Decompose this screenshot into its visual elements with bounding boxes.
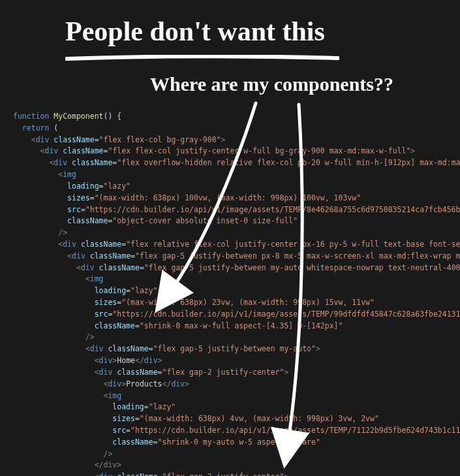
keyword: return bbox=[22, 123, 50, 133]
string: "flex gap-2 justify-center" bbox=[162, 472, 284, 476]
text: () { bbox=[104, 112, 122, 121]
attr: className bbox=[117, 368, 157, 377]
string: "lazy" bbox=[130, 286, 158, 295]
text: /> bbox=[58, 228, 67, 237]
attr: loading bbox=[95, 286, 126, 295]
string: "lazy" bbox=[149, 402, 176, 411]
text: /> bbox=[103, 449, 112, 458]
text: Products bbox=[126, 379, 162, 389]
attr: className bbox=[95, 321, 135, 330]
fn-name: MyComponent bbox=[54, 112, 103, 121]
text: Home bbox=[117, 356, 135, 365]
attr: className bbox=[63, 146, 103, 155]
tag: img bbox=[63, 170, 76, 179]
attr: src bbox=[112, 426, 126, 435]
main-heading: People don't want this bbox=[65, 16, 325, 47]
attr: loading bbox=[112, 402, 144, 411]
string: "https://cdn.builder.io/api/v1/image/ass… bbox=[85, 205, 460, 214]
attr: src bbox=[95, 309, 108, 319]
attr: sizes bbox=[95, 298, 117, 307]
string: "shrink-0 my-auto w-5 aspect-square" bbox=[158, 437, 320, 447]
string: "object-cover absolute inset-0 size-full… bbox=[112, 216, 298, 225]
tag: img bbox=[108, 391, 121, 400]
attr: sizes bbox=[67, 193, 90, 202]
string: "https://cdn.builder.io/api/v1/image/ass… bbox=[130, 426, 460, 435]
attr: sizes bbox=[112, 414, 135, 423]
attr: className bbox=[90, 251, 130, 261]
string: "https://cdn.builder.io/api/v1/image/ass… bbox=[112, 309, 460, 319]
code-block: function MyComponent() { return ( <div c… bbox=[13, 111, 460, 476]
string: "shrink-0 max-w-full aspect-[4.35] w-[14… bbox=[140, 321, 343, 330]
string: "(max-width: 638px) 23vw, (max-width: 99… bbox=[121, 298, 375, 307]
attr: className bbox=[112, 437, 153, 447]
string: "flex gap-5 justify-between my-auto" bbox=[153, 344, 316, 353]
string: "flex flex-col justify-center w-full bg-… bbox=[108, 146, 410, 155]
string: "flex overflow-hidden relative flex-col … bbox=[117, 158, 460, 167]
text: /> bbox=[85, 332, 95, 341]
string: "flex flex-col bg-gray-900" bbox=[99, 135, 221, 144]
attr: src bbox=[67, 205, 81, 214]
keyword: function bbox=[13, 112, 49, 121]
string: "flex relative flex-col justify-center p… bbox=[126, 240, 460, 249]
string: "flex gap-2 justify-center" bbox=[162, 368, 284, 377]
string: "flex gap-5 justify-between my-auto whit… bbox=[144, 263, 460, 272]
attr: className bbox=[72, 158, 112, 167]
sub-heading: Where are my components?? bbox=[150, 73, 393, 95]
attr: className bbox=[81, 240, 121, 249]
attr: className bbox=[108, 344, 148, 353]
string: "(max-width: 638px) 100vw, (max-width: 9… bbox=[95, 193, 361, 202]
attr: loading bbox=[67, 182, 99, 191]
attr: className bbox=[67, 216, 108, 225]
text: </div> bbox=[95, 460, 122, 469]
string: "(max-width: 638px) 4vw, (max-width: 998… bbox=[140, 414, 379, 423]
attr: className bbox=[54, 135, 94, 144]
attr: className bbox=[99, 263, 140, 272]
string: "flex gap-5 justify-between px-8 mx-5 ma… bbox=[135, 251, 460, 261]
text: ( bbox=[49, 123, 58, 133]
heading-underline bbox=[65, 52, 339, 59]
tag: img bbox=[90, 274, 104, 283]
string: "lazy" bbox=[104, 182, 131, 191]
attr: className bbox=[117, 472, 157, 476]
